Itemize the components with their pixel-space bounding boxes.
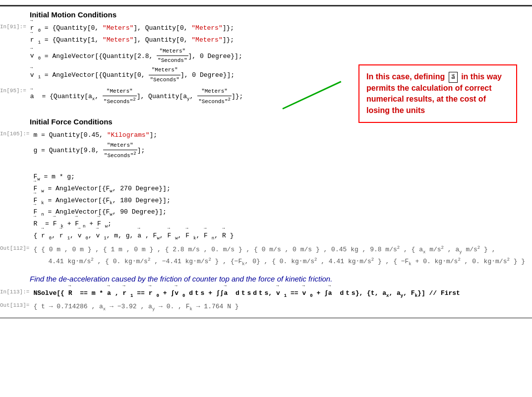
cell-content-out112: { { 0 m , 0 m } , { 1 m , 0 m } , { 2.8 … bbox=[33, 244, 532, 268]
code-line-r0: r0 = {Quantity[0, "Meters"], Quantity[0,… bbox=[30, 23, 532, 35]
cell-label-in95: In[95]:= bbox=[0, 87, 30, 94]
code-blank1 bbox=[33, 161, 532, 171]
code-fk-vec: Fk = AngleVector[{Fk, 180 Degree}]; bbox=[33, 195, 532, 207]
cell-label-in105: In[105]:= bbox=[0, 130, 33, 137]
code-fn-vec: Fn = AngleVector[{Fw, 90 Degree}]; bbox=[33, 207, 532, 219]
output-112-line1: { { 0 m , 0 m } , { 1 m , 0 m } , { 2.8 … bbox=[33, 244, 532, 256]
cell-label-out112: Out[112]= bbox=[0, 244, 33, 251]
cell-content-in113: NSolve[{ R == m * a, r1 == r0 + ∫v0 d t … bbox=[33, 288, 532, 300]
cell-content-in105: m = Quantity[0.45, "Kilograms"]; g = Qua… bbox=[33, 130, 532, 243]
annotation-inline-code: a⃗ bbox=[449, 72, 458, 83]
cell-content-out113: { t → 0.714286 , ax → −3.92 , ay → 0. , … bbox=[33, 301, 532, 313]
cell-label-in113: In[113]:= bbox=[0, 288, 33, 295]
bottom-border bbox=[0, 317, 532, 319]
find-text: Find the de-acceleration caused by the f… bbox=[30, 275, 532, 283]
code-m: m = Quantity[0.45, "Kilograms"]; bbox=[33, 130, 532, 141]
code-g: g = Quantity[9.8, "Meters""Seconds"2]; bbox=[33, 141, 532, 161]
cell-out113: Out[113]= { t → 0.714286 , ax → −3.92 , … bbox=[0, 301, 532, 313]
cell-in105: In[105]:= m = Quantity[0.45, "Kilograms"… bbox=[0, 130, 532, 243]
code-R-vec: R = Fk + Fn + Fw; bbox=[33, 219, 532, 230]
cell-in113: In[113]:= NSolve[{ R == m * a, r1 == r0 … bbox=[0, 288, 532, 300]
cell-label-in91: In[91]:= bbox=[0, 23, 30, 30]
code-fw-vec: Fw = AngleVector[{Fw, 270 Degree}]; bbox=[33, 183, 532, 195]
cell-out112: Out[112]= { { 0 m , 0 m } , { 1 m , 0 m … bbox=[0, 244, 532, 268]
code-nsolve: NSolve[{ R == m * a, r1 == r0 + ∫v0 d t … bbox=[33, 288, 532, 300]
code-list: { r0, r1, v0, v1, m, g, a, Fw, Fw, Fk, F… bbox=[33, 230, 532, 242]
page-container: Initial Motion Conditions In[91]:= r0 = … bbox=[0, 0, 532, 397]
top-border bbox=[0, 5, 532, 6]
annotation-text-part1: In this case, defining bbox=[366, 72, 445, 81]
annotation-box: In this case, defining a⃗ in this way pe… bbox=[358, 64, 517, 123]
code-line-r1: r1 = {Quantity[1, "Meters"], Quantity[0,… bbox=[30, 35, 532, 47]
code-line-v0: v0 = AngleVector[{Quantity[2.8, "Meters"… bbox=[30, 47, 532, 65]
code-fw-scalar: Fw = m * g; bbox=[33, 171, 532, 183]
initial-motion-title: Initial Motion Conditions bbox=[30, 10, 532, 19]
output-112-line2: 4.41 kg⋅m/s2 , { 0. kg⋅m/s2 , −4.41 kg⋅m… bbox=[33, 256, 532, 268]
output-113: { t → 0.714286 , ax → −3.92 , ay → 0. , … bbox=[33, 301, 532, 313]
cell-label-out113: Out[113]= bbox=[0, 301, 33, 308]
